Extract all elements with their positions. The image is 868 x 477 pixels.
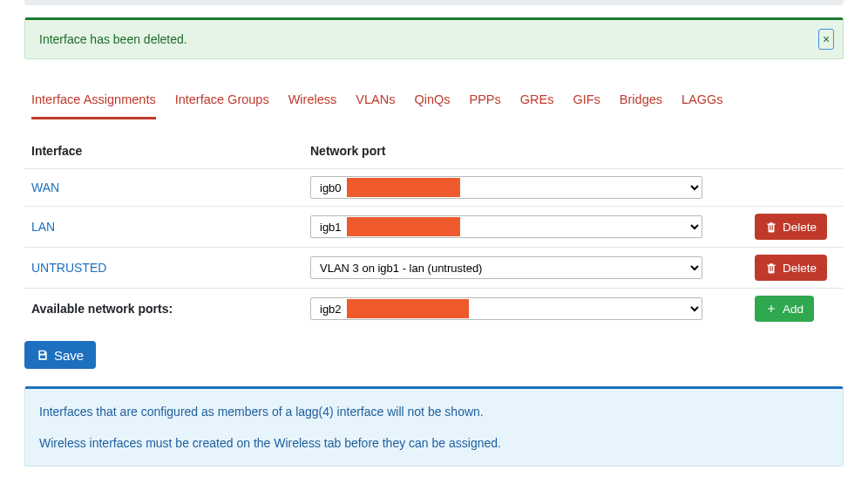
- interface-link-wan[interactable]: WAN: [31, 181, 59, 194]
- port-select-available[interactable]: igb2: [310, 297, 702, 320]
- tab-wireless[interactable]: Wireless: [288, 84, 337, 119]
- trash-icon: [765, 262, 777, 274]
- delete-button-untrusted[interactable]: Delete: [755, 255, 827, 281]
- save-icon: [37, 349, 49, 361]
- port-select-lan[interactable]: igb1: [310, 215, 702, 238]
- header-port: Network port: [303, 137, 748, 169]
- interface-link-lan[interactable]: LAN: [31, 220, 55, 234]
- tab-vlans[interactable]: VLANs: [356, 84, 395, 119]
- delete-button-label: Delete: [783, 262, 817, 275]
- table-row: UNTRUSTED VLAN 3 on igb1 - lan (untruste…: [24, 248, 844, 289]
- add-button[interactable]: Add: [755, 296, 814, 322]
- alert-success: Interface has been deleted. ×: [24, 17, 844, 59]
- tab-ppps[interactable]: PPPs: [470, 84, 501, 119]
- tab-interface-groups[interactable]: Interface Groups: [175, 84, 269, 119]
- tab-gres[interactable]: GREs: [520, 84, 554, 119]
- interface-table: Interface Network port WAN igb0 LAN: [24, 137, 844, 329]
- info-line-1: Interfaces that are configured as member…: [39, 405, 829, 419]
- port-select-untrusted[interactable]: VLAN 3 on igb1 - lan (untrusted): [310, 256, 702, 279]
- info-panel: Interfaces that are configured as member…: [24, 386, 844, 467]
- available-label: Available network ports:: [31, 302, 173, 316]
- header-actions: [748, 137, 844, 169]
- save-button[interactable]: Save: [24, 341, 96, 369]
- delete-button-label: Delete: [783, 221, 817, 234]
- add-button-label: Add: [783, 303, 804, 316]
- tab-qinqs[interactable]: QinQs: [414, 84, 450, 119]
- tab-gifs[interactable]: GIFs: [573, 84, 600, 119]
- table-row: LAN igb1 Delete: [24, 207, 844, 248]
- interface-link-untrusted[interactable]: UNTRUSTED: [31, 261, 106, 275]
- plus-icon: [765, 303, 777, 315]
- tab-laggs[interactable]: LAGGs: [682, 84, 723, 119]
- tab-bar: Interface Assignments Interface Groups W…: [24, 84, 844, 119]
- save-row: Save: [24, 341, 844, 369]
- table-row: WAN igb0: [24, 169, 844, 207]
- save-button-label: Save: [54, 348, 84, 363]
- port-select-wan[interactable]: igb0: [310, 176, 702, 199]
- tab-bridges[interactable]: Bridges: [620, 84, 662, 119]
- table-row-available: Available network ports: igb2 Add: [24, 289, 844, 330]
- page-top-bar: [24, 0, 844, 5]
- info-line-2: Wireless interfaces must be created on t…: [39, 436, 829, 450]
- alert-message: Interface has been deleted.: [39, 32, 187, 46]
- trash-icon: [765, 221, 777, 233]
- header-interface: Interface: [24, 137, 303, 169]
- alert-close-button[interactable]: ×: [818, 29, 834, 50]
- tab-interface-assignments[interactable]: Interface Assignments: [31, 84, 156, 119]
- close-icon: ×: [823, 33, 830, 45]
- delete-button-lan[interactable]: Delete: [755, 214, 827, 240]
